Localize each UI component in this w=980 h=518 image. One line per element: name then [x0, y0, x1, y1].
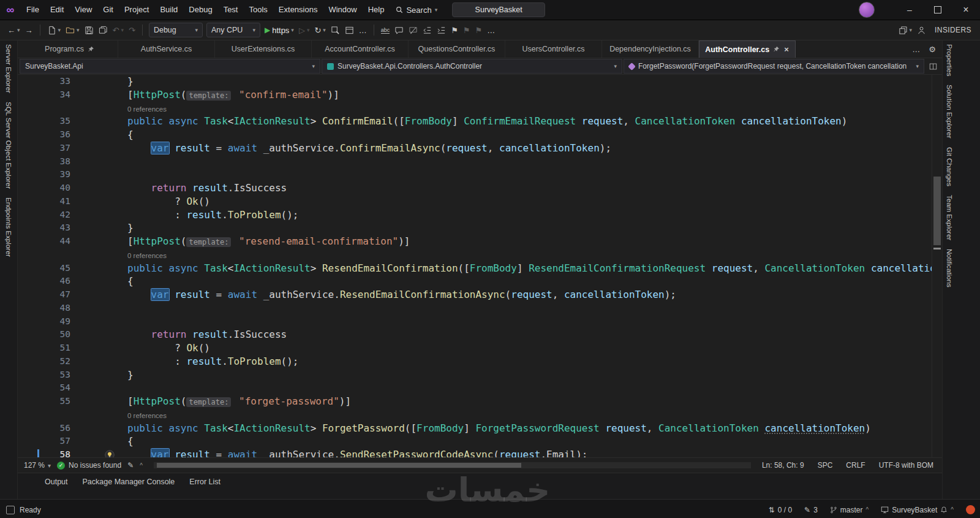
close-window-button[interactable]: × — [952, 0, 980, 20]
line-number[interactable]: 56 — [18, 422, 80, 435]
line-number[interactable]: 50 — [18, 328, 80, 341]
code-line-48[interactable]: 48 — [18, 302, 932, 315]
code-line-56[interactable]: 56 public async Task<IActionResult> Forg… — [18, 422, 932, 435]
health-indicator[interactable]: ✓ No issues found — [57, 461, 121, 470]
code-line-58[interactable]: 58 var result = await _authService.SendR… — [18, 448, 932, 457]
save-button[interactable] — [82, 23, 96, 37]
code-line-49[interactable]: 49 — [18, 315, 932, 329]
menu-git[interactable]: Git — [97, 0, 119, 20]
code-line-38[interactable]: 38 — [18, 155, 932, 169]
line-number[interactable]: 40 — [18, 181, 80, 195]
code-cleanup-button[interactable]: ✎ — [127, 461, 134, 470]
line-number[interactable]: 34 — [18, 88, 80, 102]
line-number[interactable]: 55 — [18, 395, 80, 408]
search-menu[interactable]: Search ▾ — [390, 6, 443, 15]
line-number[interactable]: 46 — [18, 275, 80, 288]
next-bookmark-button[interactable]: ⚑ — [473, 23, 485, 37]
tab-userextensions-cs[interactable]: UserExtensions.cs — [215, 40, 312, 58]
panel-tab-team-explorer[interactable]: Team Explorer — [946, 195, 953, 240]
new-file-button[interactable]: ▾ — [45, 23, 64, 37]
menu-test[interactable]: Test — [218, 0, 244, 20]
code-line-39[interactable]: 39 — [18, 168, 932, 181]
code-line-43[interactable]: 43 } — [18, 221, 932, 235]
line-number[interactable]: 45 — [18, 262, 80, 275]
toggle-bookmark-button[interactable]: ⚑ — [448, 23, 461, 37]
pin-icon[interactable] — [88, 46, 94, 53]
code-line-52[interactable]: 52 : result.ToProblem(); — [18, 355, 932, 368]
menu-build[interactable]: Build — [154, 0, 183, 20]
code-line-35[interactable]: 35 public async Task<IActionResult> Conf… — [18, 115, 932, 128]
encoding-indicator[interactable]: UTF-8 with BOM — [879, 461, 933, 470]
line-number[interactable] — [18, 248, 80, 262]
notification-badge[interactable] — [966, 505, 975, 514]
close-tab-icon[interactable]: × — [783, 45, 790, 54]
code-line-51[interactable]: 51 ? Ok() — [18, 341, 932, 355]
line-number[interactable] — [18, 102, 80, 115]
redo-button[interactable]: ↷ — [126, 23, 138, 37]
panel-tab-notifications[interactable]: Notifications — [946, 249, 953, 288]
spell-checker-button[interactable]: abc — [379, 23, 393, 37]
uncomment-button[interactable] — [406, 23, 420, 37]
maximize-button[interactable] — [924, 0, 952, 20]
comment-button[interactable] — [392, 23, 406, 37]
code-line-54[interactable]: 54 — [18, 381, 932, 395]
configuration-dropdown[interactable]: Debug▾ — [149, 23, 203, 37]
breadcrumb-project-dropdown[interactable]: SurveyBasket.Api ▾ — [20, 59, 320, 74]
code-line-36[interactable]: 36 { — [18, 128, 932, 142]
line-number[interactable]: 51 — [18, 341, 80, 355]
user-avatar[interactable] — [859, 2, 875, 18]
code-line-47[interactable]: 47 var result = await _authService.Resen… — [18, 288, 932, 302]
solution-search-box[interactable]: SurveyBasket — [452, 2, 545, 17]
bell-icon[interactable] — [940, 506, 948, 514]
hot-reload-button[interactable]: ↻▾ — [312, 23, 328, 37]
codelens-references[interactable]: 0 references — [127, 252, 167, 259]
bottom-tab-error-list[interactable]: Error List — [183, 476, 227, 488]
open-file-button[interactable]: ▾ — [63, 23, 82, 37]
code-line-57[interactable]: 57 { — [18, 435, 932, 448]
tab-questionscontroller-cs[interactable]: QuestionsController.cs — [409, 40, 505, 58]
code-line-34[interactable]: 34 [HttpPost(template: "confirm-email")] — [18, 88, 932, 102]
line-number[interactable]: 48 — [18, 302, 80, 315]
code-line-45[interactable]: 45 public async Task<IActionResult> Rese… — [18, 262, 932, 275]
space-indicator[interactable]: SPC — [818, 461, 833, 470]
line-number[interactable]: 47 — [18, 288, 80, 302]
codelens-references[interactable]: 0 references — [127, 412, 167, 419]
line-number[interactable]: 57 — [18, 435, 80, 448]
tab-settings-gear-icon[interactable]: ⚙ — [929, 45, 936, 54]
breadcrumb-type-dropdown[interactable]: SurveyBasket.Api.Controllers.AuthControl… — [322, 59, 622, 74]
code-line-41[interactable]: 41 ? Ok() — [18, 195, 932, 208]
line-number[interactable]: 52 — [18, 355, 80, 368]
line-number[interactable]: 43 — [18, 221, 80, 235]
sign-in-button[interactable] — [914, 23, 929, 37]
vertical-scrollbar-thumb[interactable] — [933, 177, 941, 245]
line-number[interactable]: 37 — [18, 142, 80, 155]
lightbulb-icon[interactable] — [105, 450, 115, 457]
codelens-row[interactable]: 0 references — [18, 408, 932, 422]
line-number[interactable]: 41 — [18, 195, 80, 208]
menu-window[interactable]: Window — [323, 0, 362, 20]
panel-tab-git-changes[interactable]: Git Changes — [946, 147, 953, 186]
code-line-50[interactable]: 50 return result.IsSuccess — [18, 328, 932, 341]
toolbar-overflow-button[interactable]: … — [484, 23, 497, 37]
menu-project[interactable]: Project — [119, 0, 154, 20]
previous-bookmark-button[interactable]: ⚑ — [461, 23, 473, 37]
line-number[interactable]: 35 — [18, 115, 80, 128]
line-number[interactable]: 58 — [18, 448, 80, 457]
platform-dropdown[interactable]: Any CPU▾ — [206, 23, 260, 37]
indent-decrease-button[interactable] — [420, 23, 434, 37]
start-without-debugging-button[interactable]: ▷▾ — [296, 23, 312, 37]
line-number[interactable]: 33 — [18, 75, 80, 88]
code-line-37[interactable]: 37 var result = await _authService.Confi… — [18, 142, 932, 155]
code-line-42[interactable]: 42 : result.ToProblem(); — [18, 208, 932, 222]
chevron-up-icon[interactable]: ^ — [140, 462, 143, 469]
menu-file[interactable]: File — [21, 0, 45, 20]
code-line-55[interactable]: 55 [HttpPost(template: "forget-password"… — [18, 395, 932, 408]
line-number[interactable]: 39 — [18, 168, 80, 181]
tab-authservice-cs[interactable]: AuthService.cs — [118, 40, 215, 58]
navigate-forward-button[interactable]: → — [23, 23, 36, 37]
panel-tab-endpoints-explorer[interactable]: Endpoints Explorer — [5, 197, 12, 257]
split-editor-button[interactable] — [925, 59, 941, 74]
horizontal-scrollbar[interactable] — [154, 462, 751, 468]
codelens-row[interactable]: 0 references — [18, 248, 932, 262]
minimize-button[interactable]: – — [895, 0, 924, 20]
